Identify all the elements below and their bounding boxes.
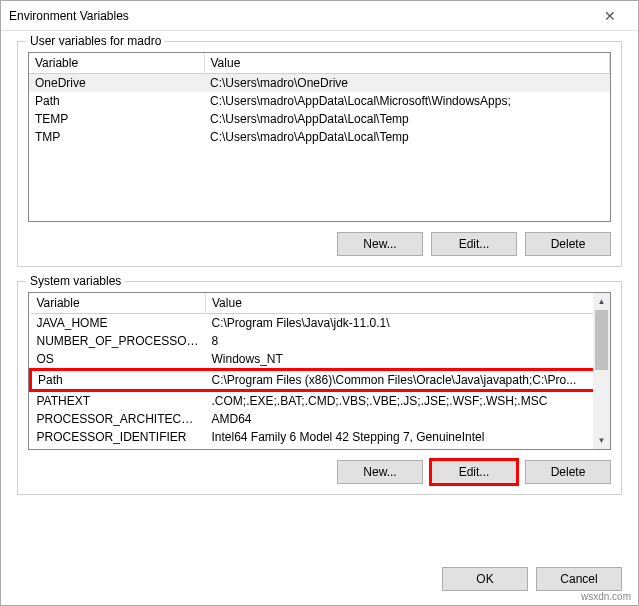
table-row[interactable]: Path C:\Users\madro\AppData\Local\Micros… bbox=[29, 92, 610, 110]
system-vars-table: Variable Value JAVA_HOME C:\Program File… bbox=[29, 293, 610, 446]
user-vars-table-container[interactable]: Variable Value OneDrive C:\Users\madro\O… bbox=[28, 52, 611, 222]
close-icon[interactable]: ✕ bbox=[590, 8, 630, 24]
user-delete-button[interactable]: Delete bbox=[525, 232, 611, 256]
ok-button[interactable]: OK bbox=[442, 567, 528, 591]
table-row[interactable]: PROCESSOR_IDENTIFIER Intel64 Family 6 Mo… bbox=[31, 428, 610, 446]
table-row-path-highlighted[interactable]: Path C:\Program Files (x86)\Common Files… bbox=[31, 370, 610, 391]
col-variable[interactable]: Variable bbox=[29, 53, 204, 74]
user-vars-label: User variables for madro bbox=[26, 34, 165, 48]
titlebar: Environment Variables ✕ bbox=[1, 1, 638, 31]
system-vars-group: System variables Variable Value JAVA_HOM… bbox=[17, 281, 622, 495]
table-row[interactable]: NUMBER_OF_PROCESSORS 8 bbox=[31, 332, 610, 350]
system-vars-header-row: Variable Value bbox=[31, 293, 610, 314]
env-vars-dialog: Environment Variables ✕ User variables f… bbox=[0, 0, 639, 606]
col-value[interactable]: Value bbox=[204, 53, 610, 74]
user-vars-group: User variables for madro Variable Value … bbox=[17, 41, 622, 267]
system-scrollbar[interactable]: ▲ ▼ bbox=[593, 293, 610, 449]
table-row[interactable]: JAVA_HOME C:\Program Files\Java\jdk-11.0… bbox=[31, 314, 610, 333]
user-new-button[interactable]: New... bbox=[337, 232, 423, 256]
col-value[interactable]: Value bbox=[206, 293, 610, 314]
table-row[interactable]: PATHEXT .COM;.EXE;.BAT;.CMD;.VBS;.VBE;.J… bbox=[31, 391, 610, 411]
window-title: Environment Variables bbox=[9, 9, 590, 23]
content-area: User variables for madro Variable Value … bbox=[1, 31, 638, 557]
user-edit-button[interactable]: Edit... bbox=[431, 232, 517, 256]
system-delete-button[interactable]: Delete bbox=[525, 460, 611, 484]
scroll-down-icon[interactable]: ▼ bbox=[593, 432, 610, 449]
user-vars-table: Variable Value OneDrive C:\Users\madro\O… bbox=[29, 53, 610, 146]
cancel-button[interactable]: Cancel bbox=[536, 567, 622, 591]
user-vars-buttons: New... Edit... Delete bbox=[28, 232, 611, 256]
system-edit-button[interactable]: Edit... bbox=[431, 460, 517, 484]
table-row[interactable]: TEMP C:\Users\madro\AppData\Local\Temp bbox=[29, 110, 610, 128]
scroll-up-icon[interactable]: ▲ bbox=[593, 293, 610, 310]
table-row[interactable]: PROCESSOR_ARCHITECTURE AMD64 bbox=[31, 410, 610, 428]
table-row[interactable]: OneDrive C:\Users\madro\OneDrive bbox=[29, 74, 610, 93]
table-row[interactable]: OS Windows_NT bbox=[31, 350, 610, 370]
table-row[interactable]: TMP C:\Users\madro\AppData\Local\Temp bbox=[29, 128, 610, 146]
user-vars-header-row: Variable Value bbox=[29, 53, 610, 74]
col-variable[interactable]: Variable bbox=[31, 293, 206, 314]
scroll-thumb[interactable] bbox=[595, 310, 608, 370]
system-new-button[interactable]: New... bbox=[337, 460, 423, 484]
system-vars-buttons: New... Edit... Delete bbox=[28, 460, 611, 484]
watermark: wsxdn.com bbox=[581, 591, 631, 602]
dialog-footer: OK Cancel bbox=[1, 557, 638, 605]
system-vars-table-container[interactable]: Variable Value JAVA_HOME C:\Program File… bbox=[28, 292, 611, 450]
system-vars-label: System variables bbox=[26, 274, 125, 288]
